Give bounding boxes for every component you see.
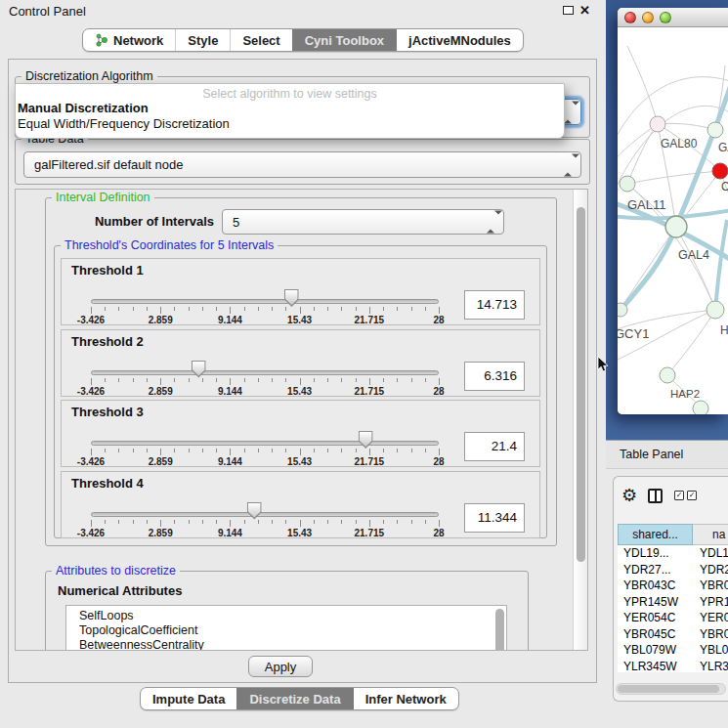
slider-tick xyxy=(369,307,370,314)
vertical-scrollbar-thumb[interactable] xyxy=(577,207,585,562)
tab-cyni-toolbox[interactable]: Cyni Toolbox xyxy=(292,29,396,51)
slider-thumb[interactable] xyxy=(359,431,373,449)
float-window-icon[interactable] xyxy=(563,6,574,15)
threshold-value-field[interactable]: 14.713 xyxy=(464,290,525,320)
table-row[interactable]: YPR145WYPR1 xyxy=(618,594,728,611)
numerical-attributes-list[interactable]: SelfLoopsTopologicalCoefficientBetweenne… xyxy=(65,605,507,651)
slider-tick-label: 2.859 xyxy=(149,386,173,397)
number-of-intervals-combo[interactable]: 5 xyxy=(222,209,504,235)
horizontal-scrollbar-thumb[interactable] xyxy=(618,685,719,693)
threshold-value-field[interactable]: 6.316 xyxy=(464,362,525,391)
table-row[interactable]: YDL19...YDL1 xyxy=(618,545,728,562)
cell-shared-name[interactable]: YBR045C xyxy=(623,627,694,641)
close-panel-icon[interactable]: ✕ xyxy=(579,3,590,18)
zoom-window-icon[interactable] xyxy=(660,12,671,23)
network-edge[interactable] xyxy=(627,124,658,184)
network-node[interactable] xyxy=(712,163,728,179)
tab-jactivemnodules[interactable]: jActiveMNodules xyxy=(396,29,523,51)
tab-select[interactable]: Select xyxy=(230,29,291,51)
slider-tick xyxy=(285,378,286,382)
cell-name[interactable]: YBR0 xyxy=(700,627,728,641)
slider-thumb[interactable] xyxy=(284,289,299,307)
network-node[interactable] xyxy=(707,301,724,319)
slider-tick xyxy=(314,378,315,382)
cell-shared-name[interactable]: YBR043C xyxy=(623,578,694,592)
network-node[interactable] xyxy=(618,303,627,317)
column-header-name[interactable]: na xyxy=(693,524,728,545)
slider-track[interactable] xyxy=(91,370,439,375)
threshold-label: Threshold 4 xyxy=(71,476,144,491)
network-edge[interactable] xyxy=(621,79,728,310)
network-node[interactable] xyxy=(620,176,635,192)
slider-tick xyxy=(147,378,148,382)
network-node[interactable] xyxy=(660,367,675,383)
network-edge[interactable] xyxy=(627,171,720,184)
cell-shared-name[interactable]: YBL079W xyxy=(623,643,694,657)
network-window-titlebar[interactable] xyxy=(618,8,728,27)
cell-name[interactable]: YBR0 xyxy=(700,578,728,592)
list-scrollbar-thumb[interactable] xyxy=(495,609,504,651)
checkbox-icon[interactable]: ✓ xyxy=(687,491,697,500)
cell-name[interactable]: YER0 xyxy=(700,611,728,624)
horizontal-scrollbar[interactable] xyxy=(616,683,726,695)
threshold-value-field[interactable]: 11.344 xyxy=(464,503,525,533)
slider-tick xyxy=(341,520,342,524)
cell-name[interactable]: YDR2 xyxy=(700,563,728,577)
table-data-combo[interactable]: galFiltered.sif default node xyxy=(23,151,581,178)
slider-tick xyxy=(258,449,259,452)
cell-shared-name[interactable]: YDR27... xyxy=(623,563,694,577)
tab-style[interactable]: Style xyxy=(175,29,230,51)
apply-button[interactable]: Apply xyxy=(248,656,313,677)
table-row[interactable]: YLR345WYLR3 xyxy=(618,659,728,673)
network-node[interactable] xyxy=(665,216,687,237)
slider-track[interactable] xyxy=(91,441,439,446)
slider-tick xyxy=(258,378,259,382)
slider-track[interactable] xyxy=(91,299,439,304)
cell-shared-name[interactable]: YDL19... xyxy=(623,546,694,560)
table-row[interactable]: YER054CYER0 xyxy=(618,610,728,626)
slider-thumb[interactable] xyxy=(192,361,206,378)
slider-thumb[interactable] xyxy=(247,502,262,520)
cell-name[interactable]: YLR3 xyxy=(700,660,728,673)
checkbox-icon[interactable]: ✓ xyxy=(674,491,684,500)
attribute-item[interactable]: TopologicalCoefficient xyxy=(66,623,506,638)
slider-tick xyxy=(425,520,426,524)
network-edge[interactable] xyxy=(715,220,727,310)
vertical-scrollbar[interactable] xyxy=(573,190,587,650)
network-edge[interactable] xyxy=(667,310,715,375)
network-edge[interactable] xyxy=(618,124,658,163)
cell-shared-name[interactable]: YLR345W xyxy=(623,660,694,673)
column-header-shared-name[interactable]: shared... xyxy=(618,524,693,545)
algorithm-option[interactable]: Manual Discretization xyxy=(16,101,564,116)
network-node[interactable] xyxy=(707,122,723,138)
cell-shared-name[interactable]: YPR145W xyxy=(623,595,694,609)
attribute-item[interactable]: SelfLoops xyxy=(66,609,506,623)
table-row[interactable]: YBR045CYBR0 xyxy=(618,626,728,643)
table-row[interactable]: YBL079WYBL0 xyxy=(618,642,728,659)
threshold-value-field[interactable]: 21.4 xyxy=(464,432,525,461)
cell-shared-name[interactable]: YER054C xyxy=(623,611,694,624)
slider-tick xyxy=(425,449,426,452)
gear-icon[interactable]: ⚙ xyxy=(621,486,637,505)
slider-tick xyxy=(230,520,231,527)
tab-network[interactable]: Network xyxy=(83,29,175,51)
algorithm-option[interactable]: Equal Width/Frequency Discretization xyxy=(16,116,564,132)
network-node[interactable] xyxy=(650,116,665,132)
attribute-item[interactable]: BetweennessCentrality xyxy=(66,638,506,651)
minimize-window-icon[interactable] xyxy=(642,12,654,23)
tab-discretize-data[interactable]: Discretize Data xyxy=(236,688,352,709)
network-canvas[interactable]: GAL80GACGAL11GAL4GCY1HHAP2 xyxy=(618,28,728,414)
tab-infer-network[interactable]: Infer Network xyxy=(353,688,458,709)
cell-name[interactable]: YPR1 xyxy=(700,595,728,609)
slider-track[interactable] xyxy=(91,512,439,517)
cell-name[interactable]: YDL1 xyxy=(700,546,728,560)
table-row[interactable]: YDR27...YDR2 xyxy=(618,562,728,578)
cell-name[interactable]: YBL0 xyxy=(700,643,728,657)
slider-tick xyxy=(118,449,119,452)
tab-impute-data[interactable]: Impute Data xyxy=(141,688,236,709)
slider-tick xyxy=(216,520,217,524)
close-window-icon[interactable] xyxy=(624,12,636,23)
network-node[interactable] xyxy=(693,401,708,414)
columns-icon[interactable] xyxy=(648,489,663,503)
table-row[interactable]: YBR043CYBR0 xyxy=(618,578,728,594)
